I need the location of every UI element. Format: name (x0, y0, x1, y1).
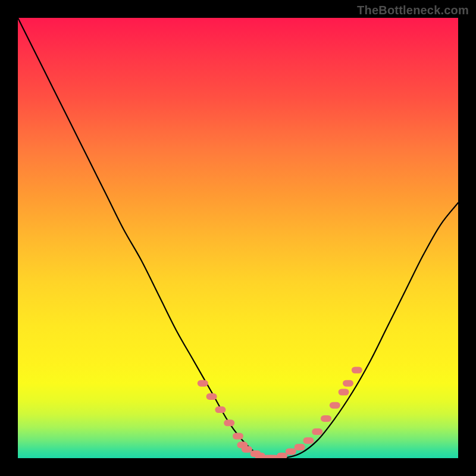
curve-marker (206, 393, 217, 400)
curve-marker (198, 380, 208, 387)
curve-marker (286, 448, 296, 455)
bottleneck-curve (18, 18, 458, 458)
curve-layer (18, 18, 458, 458)
curve-marker (339, 389, 349, 396)
curve-marker (312, 428, 322, 435)
curve-marker (295, 444, 305, 450)
curve-marker (303, 437, 314, 444)
curve-marker (242, 446, 252, 453)
watermark-text: TheBottleneck.com (357, 4, 469, 17)
curve-marker (215, 406, 226, 413)
curve-marker (233, 433, 243, 440)
curve-marker (321, 415, 331, 422)
chart-stage: TheBottleneck.com (0, 0, 476, 476)
curve-marker (277, 453, 287, 458)
curve-marker (330, 402, 340, 409)
curve-marker (352, 367, 362, 374)
curve-marker (224, 419, 234, 426)
marker-group (198, 367, 362, 459)
curve-marker (343, 380, 353, 387)
plot-area (18, 18, 458, 458)
